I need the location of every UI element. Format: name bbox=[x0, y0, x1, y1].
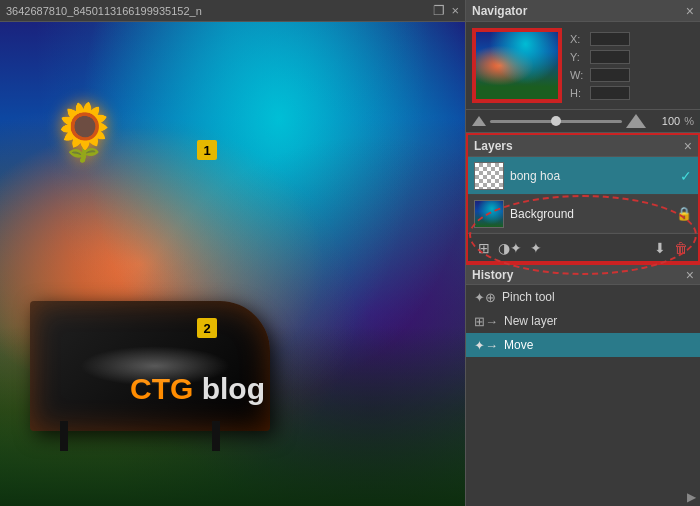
layer-name-bong-hoa: bong hoa bbox=[510, 169, 674, 183]
background-thumbnail bbox=[475, 201, 503, 227]
layer-item-background[interactable]: Background 🔒 bbox=[468, 195, 698, 233]
zoom-out-icon[interactable] bbox=[472, 116, 486, 126]
blog-label: blog bbox=[202, 372, 265, 405]
layers-toolbar: ⊞ ◑✦ ✦ ⬇ 🗑 bbox=[468, 233, 698, 261]
w-coord-row: W: bbox=[570, 68, 630, 82]
layer-thumb-background bbox=[474, 200, 504, 228]
layer-visibility-check[interactable]: ✓ bbox=[680, 168, 692, 184]
checker-pattern bbox=[475, 163, 503, 189]
annotation-label-1: 1 bbox=[197, 140, 217, 160]
layer-lock-icon: 🔒 bbox=[676, 206, 692, 221]
flower-character: 🌻 bbox=[50, 100, 119, 165]
zoom-slider-thumb[interactable] bbox=[551, 116, 561, 126]
zoom-slider-track[interactable] bbox=[490, 120, 622, 123]
ctg-label: CTG bbox=[130, 372, 193, 405]
history-close-btn[interactable]: × bbox=[686, 267, 694, 283]
h-coord-row: H: bbox=[570, 86, 630, 100]
move-down-btn[interactable]: ⬇ bbox=[652, 238, 668, 258]
right-panel: Navigator × X: Y: bbox=[465, 0, 700, 506]
layers-close-btn[interactable]: × bbox=[684, 138, 692, 154]
zoom-value: 100 bbox=[650, 115, 680, 127]
y-input[interactable] bbox=[590, 50, 630, 64]
x-input[interactable] bbox=[590, 32, 630, 46]
layer-item-bong-hoa[interactable]: bong hoa ✓ bbox=[468, 157, 698, 195]
y-label: Y: bbox=[570, 51, 586, 63]
history-header: History × bbox=[466, 263, 700, 285]
history-label-pinch: Pinch tool bbox=[502, 290, 555, 304]
navigator-close-btn[interactable]: × bbox=[686, 3, 694, 19]
navigator-coordinates: X: Y: W: H: bbox=[570, 28, 630, 100]
piano-leg-left bbox=[60, 421, 68, 451]
bottom-panel-arrow: ▶ bbox=[466, 488, 700, 506]
history-item-new-layer[interactable]: ⊞→ New layer bbox=[466, 309, 700, 333]
annotation-label-2: 2 bbox=[197, 318, 217, 338]
layers-header: Layers × bbox=[468, 135, 698, 157]
layer-effects-btn[interactable]: ◑✦ bbox=[496, 238, 524, 258]
history-list: ✦⊕ Pinch tool ⊞→ New layer ✦→ Move bbox=[466, 285, 700, 488]
layers-section: Layers × bong hoa ✓ Background bbox=[466, 133, 700, 263]
y-coord-row: Y: bbox=[570, 50, 630, 64]
navigator-thumbnail bbox=[472, 28, 562, 103]
x-coord-row: X: bbox=[570, 32, 630, 46]
expand-arrow-icon: ▶ bbox=[687, 490, 696, 504]
w-label: W: bbox=[570, 69, 586, 81]
piano-body bbox=[30, 301, 270, 431]
canvas-title: 3642687810_8450113166199935152_n bbox=[6, 5, 202, 17]
move-icon: ✦→ bbox=[474, 338, 498, 353]
h-input[interactable] bbox=[590, 86, 630, 100]
close-btn[interactable]: × bbox=[451, 3, 459, 18]
x-label: X: bbox=[570, 33, 586, 45]
layers-toolbar-left: ⊞ ◑✦ ✦ bbox=[476, 238, 544, 258]
history-item-move[interactable]: ✦→ Move bbox=[466, 333, 700, 357]
w-input[interactable] bbox=[590, 68, 630, 82]
layer-thumb-bong-hoa bbox=[474, 162, 504, 190]
ctg-blog-text: CTG blog bbox=[130, 372, 265, 406]
navigator-content: X: Y: W: H: bbox=[466, 22, 700, 109]
canvas-area[interactable]: 3642687810_8450113166199935152_n ❐ × 🌻 bbox=[0, 0, 465, 506]
history-label-move: Move bbox=[504, 338, 533, 352]
history-title: History bbox=[472, 268, 513, 282]
canvas-title-bar: 3642687810_8450113166199935152_n ❐ × bbox=[0, 0, 465, 22]
title-controls: ❐ × bbox=[433, 3, 459, 18]
layers-toolbar-right: ⬇ 🗑 bbox=[652, 238, 690, 258]
piano-leg-right bbox=[212, 421, 220, 451]
navigator-title: Navigator bbox=[472, 4, 527, 18]
layer-name-background: Background bbox=[510, 207, 670, 221]
layers-title: Layers bbox=[474, 139, 513, 153]
piano-silhouette bbox=[10, 291, 270, 451]
delete-layer-btn[interactable]: 🗑 bbox=[672, 238, 690, 258]
viewport-rect bbox=[474, 30, 560, 101]
pinch-icon: ✦⊕ bbox=[474, 290, 496, 305]
content-area: 3642687810_8450113166199935152_n ❐ × 🌻 bbox=[0, 0, 700, 506]
navigator-section: Navigator × X: Y: bbox=[466, 0, 700, 133]
zoom-unit: % bbox=[684, 115, 694, 127]
create-group-btn[interactable]: ⊞ bbox=[476, 238, 492, 258]
navigator-header: Navigator × bbox=[466, 0, 700, 22]
new-layer-btn[interactable]: ✦ bbox=[528, 238, 544, 258]
zoom-in-icon[interactable] bbox=[626, 114, 646, 128]
history-item-pinch[interactable]: ✦⊕ Pinch tool bbox=[466, 285, 700, 309]
main-window: 3642687810_8450113166199935152_n ❐ × 🌻 bbox=[0, 0, 700, 506]
history-label-new-layer: New layer bbox=[504, 314, 557, 328]
zoom-bar: 100 % bbox=[466, 109, 700, 132]
restore-btn[interactable]: ❐ bbox=[433, 3, 445, 18]
h-label: H: bbox=[570, 87, 586, 99]
new-layer-icon: ⊞→ bbox=[474, 314, 498, 329]
history-section: History × ✦⊕ Pinch tool ⊞→ New layer bbox=[466, 263, 700, 506]
